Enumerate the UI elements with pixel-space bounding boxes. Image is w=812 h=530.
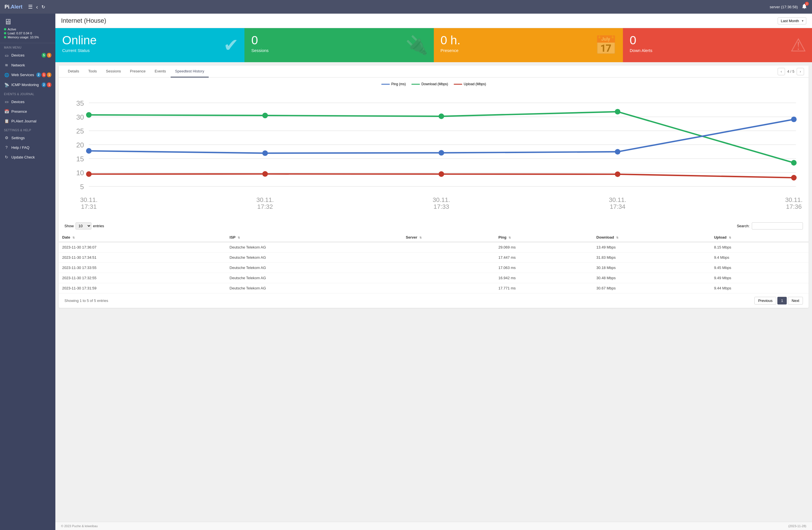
help-icon: ?: [4, 145, 9, 150]
ping-dot-0: [86, 148, 92, 154]
cell-ping-0: 29.069 ms: [495, 242, 593, 253]
app-logo: Pi.Alert: [4, 4, 23, 10]
settings-label: SETTINGS & HELP: [0, 126, 55, 133]
speedtest-table: Date ⇅ ISP ⇅ Server ⇅ Ping ⇅ Download ⇅ …: [59, 233, 809, 293]
tab-sessions[interactable]: Sessions: [101, 66, 126, 77]
cell-ping-4: 17.771 ms: [495, 283, 593, 293]
sidebar-item-journal-label: Pi.Alert Journal: [11, 119, 52, 123]
tab-presence[interactable]: Presence: [126, 66, 150, 77]
notification-bell[interactable]: 2: [801, 3, 808, 11]
col-isp[interactable]: ISP ⇅: [226, 233, 403, 242]
badge-ws-red: 1: [42, 72, 46, 77]
table-search: Search:: [737, 223, 803, 229]
cell-isp-4: Deutsche Telekom AG: [226, 283, 403, 293]
tab-details[interactable]: Details: [63, 66, 84, 77]
sidebar-item-web-services[interactable]: 🌐 Web Services 2 1 1: [0, 70, 55, 80]
download-dot-0: [86, 112, 92, 118]
page-filter[interactable]: Today Last Week Last Month Last Year: [778, 17, 806, 25]
devices-icon: ▭: [4, 53, 9, 58]
load-label: Load: 0.07 0.04 0: [8, 31, 32, 35]
table-show: Show 10 25 50 100 entries: [64, 223, 104, 229]
col-download[interactable]: Download ⇅: [593, 233, 711, 242]
sidebar-item-update-check[interactable]: ↻ Update Check: [0, 152, 55, 162]
show-label: Show: [64, 224, 74, 228]
col-ping[interactable]: Ping ⇅: [495, 233, 593, 242]
tab-prev-btn[interactable]: ‹: [778, 68, 785, 75]
main-menu-label: MAIN MENU: [0, 43, 55, 50]
cell-isp-0: Deutsche Telekom AG: [226, 242, 403, 253]
svg-text:17:34: 17:34: [610, 203, 625, 210]
page-1-button[interactable]: 1: [777, 297, 787, 304]
online-value: Online: [62, 34, 238, 46]
sidebar-item-devices-events[interactable]: ▭ Devices: [0, 97, 55, 106]
filter-select[interactable]: Today Last Week Last Month Last Year: [778, 17, 806, 25]
refresh-icon[interactable]: ↻: [41, 4, 45, 10]
stat-card-online: Online Current Status ✔: [55, 28, 244, 62]
tab-speedtest-history[interactable]: Speedtest History: [171, 66, 209, 77]
entries-select[interactable]: 10 25 50 100: [75, 223, 91, 229]
sidebar-item-settings[interactable]: ⚙ Settings: [0, 133, 55, 143]
warning-icon: ⚠: [790, 35, 806, 56]
tab-tools[interactable]: Tools: [84, 66, 101, 77]
sidebar-item-icmp-monitoring[interactable]: 📡 ICMP Monitoring 2 1: [0, 80, 55, 90]
chart-legend: Ping (ms) Download (Mbps) Upload (Mbps): [64, 82, 803, 86]
download-dot-2: [439, 114, 444, 119]
cell-server-1: [402, 252, 495, 262]
cell-date-4: 2023-11-30 17:31:59: [59, 283, 226, 293]
svg-text:15: 15: [76, 155, 84, 163]
stat-card-presence: 0 h. Presence 📅: [434, 28, 623, 62]
legend-ping: Ping (ms): [381, 82, 406, 86]
svg-text:5: 5: [80, 183, 84, 190]
sidebar-item-devices-label: Devices: [11, 53, 40, 57]
sidebar-item-icmp-label: ICMP Monitoring: [11, 83, 40, 87]
chart-x-axis: 30.11.17:31 30.11.17:32 30.11.17:33 30.1…: [80, 196, 803, 211]
sidebar-item-network[interactable]: ≋ Network: [0, 60, 55, 70]
plug-icon: 🔌: [405, 35, 428, 56]
down-alerts-label: Down Alerts: [630, 48, 805, 53]
content-inner: Details Tools Sessions Presence Events S…: [59, 66, 809, 308]
search-input[interactable]: [752, 223, 803, 229]
svg-text:17:31: 17:31: [81, 203, 97, 210]
journal-icon: 📋: [4, 119, 9, 123]
icmp-icon: 📡: [4, 83, 9, 87]
web-services-badges: 2 1 1: [37, 72, 52, 77]
tab-events[interactable]: Events: [150, 66, 171, 77]
cell-download-1: 31.83 Mbps: [593, 252, 711, 262]
events-label: EVENTS & JOURNAL: [0, 90, 55, 97]
table-controls: Show 10 25 50 100 entries Search:: [59, 219, 809, 233]
memory-label: Memory usage: 10.5%: [8, 35, 39, 39]
down-alerts-value: 0: [630, 34, 805, 46]
cell-upload-1: 9.4 Mbps: [711, 252, 809, 262]
col-date[interactable]: Date ⇅: [59, 233, 226, 242]
sessions-label: Sessions: [251, 48, 427, 53]
sidebar-item-devices[interactable]: ▭ Devices 5 1: [0, 50, 55, 60]
svg-text:30: 30: [76, 113, 84, 121]
download-dot-1: [262, 113, 268, 118]
table-row: 2023-11-30 17:32:55 Deutsche Telekom AG …: [59, 273, 809, 283]
svg-text:17:33: 17:33: [434, 203, 449, 210]
svg-text:30.11.: 30.11.: [785, 196, 802, 203]
app-footer: © 2023 Puche & leiweibau (2023-11-28): [55, 522, 812, 530]
cell-download-0: 13.49 Mbps: [593, 242, 711, 253]
sidebar-item-help-faq[interactable]: ? Help / FAQ: [0, 143, 55, 152]
cell-upload-0: 8.15 Mbps: [711, 242, 809, 253]
tab-next-btn[interactable]: ›: [797, 68, 804, 75]
download-dot-3: [615, 109, 620, 114]
legend-ping-color: [381, 84, 390, 85]
next-button[interactable]: Next: [788, 297, 803, 304]
pagination: Previous 1 Next: [754, 297, 803, 304]
table-row: 2023-11-30 17:36:07 Deutsche Telekom AG …: [59, 242, 809, 253]
ping-line: [89, 119, 794, 153]
sidebar-item-devices-events-label: Devices: [11, 100, 52, 104]
sidebar-item-pialert-journal[interactable]: 📋 Pi.Alert Journal: [0, 116, 55, 126]
sidebar-item-presence[interactable]: 📅 Presence: [0, 106, 55, 116]
update-icon: ↻: [4, 155, 9, 159]
menu-icon[interactable]: ☰: [28, 4, 33, 10]
prev-button[interactable]: Previous: [754, 297, 776, 304]
col-upload[interactable]: Upload ⇅: [711, 233, 809, 242]
col-server[interactable]: Server ⇅: [402, 233, 495, 242]
back-icon[interactable]: ‹: [36, 4, 38, 10]
footer-copyright: © 2023 Puche & leiweibau: [61, 524, 98, 528]
table-footer: Showing 1 to 5 of 5 entries Previous 1 N…: [59, 293, 809, 308]
cell-date-0: 2023-11-30 17:36:07: [59, 242, 226, 253]
